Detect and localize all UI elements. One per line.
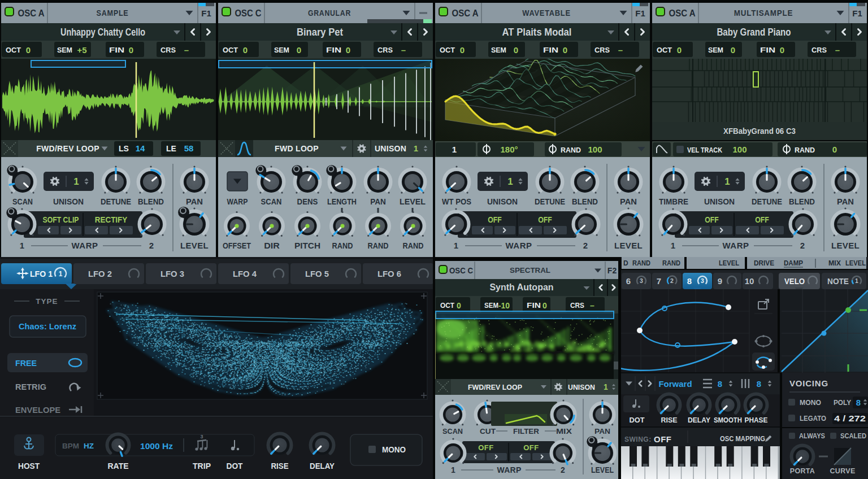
svg-text:FWD/REV LOOP: FWD/REV LOOP: [468, 383, 522, 391]
svg-text:SWING:: SWING:: [624, 436, 652, 443]
svg-text:DOT: DOT: [227, 461, 243, 471]
svg-text:OSC C: OSC C: [235, 8, 262, 18]
svg-text:CUT: CUT: [480, 427, 496, 436]
svg-text:LFO 6: LFO 6: [377, 269, 401, 278]
svg-text:BLEND: BLEND: [138, 197, 164, 206]
svg-text:LEVEL: LEVEL: [845, 259, 866, 267]
svg-text:BPM: BPM: [62, 442, 79, 450]
svg-text:VELO: VELO: [784, 276, 805, 286]
svg-text:LENGTH: LENGTH: [327, 197, 357, 206]
svg-text:PAN: PAN: [594, 427, 610, 436]
svg-text:LE: LE: [166, 144, 176, 153]
svg-text:CRS: CRS: [377, 46, 393, 54]
svg-text:9: 9: [718, 276, 722, 286]
svg-text:OFF: OFF: [478, 443, 494, 452]
svg-text:FILTER: FILTER: [513, 427, 539, 436]
svg-text:2: 2: [800, 241, 805, 250]
svg-text:RETRIG: RETRIG: [15, 382, 46, 391]
svg-text:1: 1: [59, 270, 63, 278]
svg-text:FIN: FIN: [543, 46, 558, 54]
svg-text:8: 8: [856, 398, 861, 407]
svg-text:LEGATO: LEGATO: [800, 414, 826, 423]
svg-text:FIN: FIN: [527, 302, 541, 310]
svg-text:SMOOTH: SMOOTH: [714, 416, 742, 424]
svg-text:DENS: DENS: [297, 197, 318, 206]
svg-text:SEM: SEM: [708, 46, 723, 54]
svg-text:FWD/REV LOOP: FWD/REV LOOP: [36, 144, 99, 153]
svg-text:LFO 5: LFO 5: [305, 269, 329, 278]
svg-text:TIMBRE: TIMBRE: [659, 197, 688, 206]
svg-text:NOTE: NOTE: [827, 276, 849, 286]
svg-text:Binary Pet: Binary Pet: [297, 27, 343, 38]
svg-text:SEM: SEM: [274, 46, 289, 54]
svg-text:WAVETABLE: WAVETABLE: [522, 8, 571, 18]
svg-text:100: 100: [732, 145, 747, 154]
svg-text:LEVEL: LEVEL: [719, 259, 739, 267]
svg-text:1: 1: [452, 145, 457, 154]
svg-text:OFF: OFF: [523, 443, 539, 452]
svg-text:DOT: DOT: [630, 416, 645, 424]
svg-text:PAN: PAN: [186, 197, 203, 206]
svg-text:OSC C: OSC C: [449, 265, 473, 275]
svg-text:DRIVE: DRIVE: [754, 259, 774, 267]
svg-text:0: 0: [542, 301, 547, 310]
svg-text:0: 0: [346, 45, 350, 55]
svg-text:1: 1: [454, 241, 458, 250]
svg-text:2: 2: [583, 241, 588, 250]
svg-text:OCT: OCT: [440, 46, 455, 54]
svg-text:CRS: CRS: [570, 302, 584, 310]
svg-text:0: 0: [780, 45, 784, 55]
svg-text:–: –: [401, 45, 406, 55]
svg-text:0: 0: [731, 45, 735, 55]
svg-text:LS: LS: [119, 144, 129, 153]
svg-text:–: –: [618, 45, 623, 55]
svg-text:MONO: MONO: [800, 398, 821, 407]
svg-text:OCT: OCT: [223, 46, 238, 54]
svg-text:DETUNE: DETUNE: [101, 197, 131, 206]
svg-text:D: D: [623, 259, 628, 267]
svg-text:8: 8: [718, 379, 722, 389]
svg-text:10: 10: [745, 276, 754, 286]
svg-text:VOICING: VOICING: [789, 378, 828, 388]
svg-text:–: –: [590, 301, 594, 310]
svg-text:2: 2: [670, 277, 674, 284]
svg-text:FIN: FIN: [760, 46, 775, 54]
svg-text:RAND: RAND: [632, 259, 650, 267]
svg-text:SAMPLE: SAMPLE: [97, 8, 129, 18]
svg-text:0: 0: [677, 45, 682, 55]
svg-text:SPECTRAL: SPECTRAL: [510, 266, 550, 275]
svg-text:CRS: CRS: [594, 46, 610, 54]
svg-text:7: 7: [657, 276, 661, 286]
svg-text:MONO: MONO: [382, 445, 406, 454]
svg-text:Chaos: Lorenz: Chaos: Lorenz: [19, 321, 76, 331]
svg-text:DIR: DIR: [264, 241, 280, 250]
svg-text:Baby Grand Piano: Baby Grand Piano: [717, 27, 791, 38]
svg-text:POLY: POLY: [834, 398, 851, 407]
svg-text:0: 0: [832, 145, 837, 154]
svg-text:FIN: FIN: [326, 46, 341, 54]
svg-text:BLEND: BLEND: [572, 197, 598, 206]
svg-text:1: 1: [855, 277, 858, 284]
svg-text:–: –: [835, 45, 840, 55]
svg-text:180°: 180°: [500, 145, 518, 154]
svg-text:PITCH: PITCH: [294, 241, 320, 250]
svg-text:OFF: OFF: [488, 215, 502, 224]
svg-text:LEVEL: LEVEL: [180, 241, 209, 250]
svg-text:0: 0: [243, 45, 248, 55]
svg-text:DETUNE: DETUNE: [752, 197, 782, 206]
svg-text:LFO 3: LFO 3: [160, 269, 184, 278]
svg-text:SEM: SEM: [57, 46, 72, 54]
svg-text:DELAY: DELAY: [688, 416, 710, 424]
svg-text:RECTIFY: RECTIFY: [95, 215, 128, 224]
svg-text:LFO 1: LFO 1: [30, 269, 53, 278]
svg-text:FIN: FIN: [109, 46, 124, 54]
svg-text:LFO 4: LFO 4: [233, 269, 257, 278]
svg-text:0: 0: [129, 45, 133, 55]
svg-text:XFBabyGrand 06 C3: XFBabyGrand 06 C3: [723, 126, 796, 136]
svg-text:WARP: WARP: [506, 241, 532, 250]
svg-text:PAN: PAN: [620, 197, 637, 206]
svg-text:LFO 2: LFO 2: [88, 269, 112, 278]
svg-text:OSC MAPPING: OSC MAPPING: [720, 435, 765, 443]
svg-text:LEVEL: LEVEL: [591, 465, 614, 474]
svg-text:1: 1: [451, 465, 455, 474]
